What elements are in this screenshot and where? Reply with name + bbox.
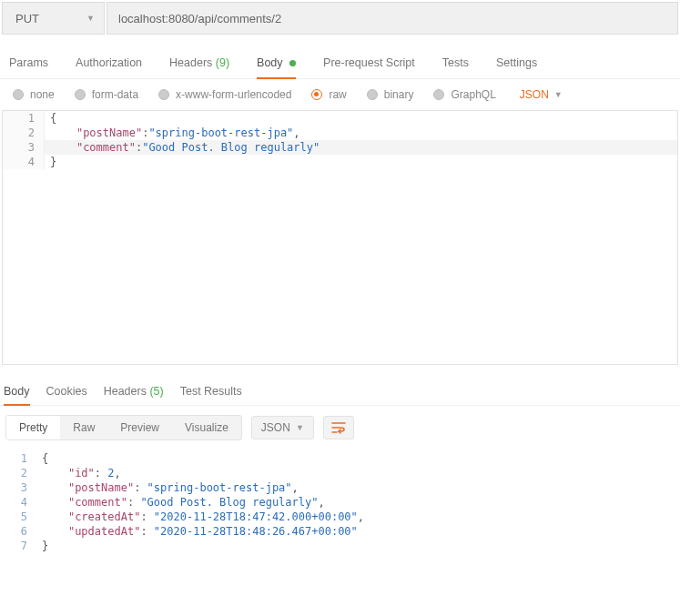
line-number: 3: [3, 140, 45, 155]
code-line: "postName": "spring-boot-rest-jpa",: [36, 480, 680, 495]
body-type-graphql[interactable]: GraphQL: [433, 88, 495, 101]
raw-format-select[interactable]: JSON ▼: [520, 88, 563, 101]
code-line: "updatedAt": "2020-11-28T18:48:26.467+00…: [36, 524, 680, 539]
line-number: 1: [3, 111, 45, 126]
tab-headers-label: Headers: [169, 56, 212, 69]
code-line: "comment":"Good Post. Blog regularly": [45, 140, 677, 155]
line-number: 4: [3, 155, 45, 169]
wrap-icon: [331, 421, 346, 434]
radio-icon: [75, 89, 86, 100]
request-tabs: Params Authorization Headers (9) Body Pr…: [0, 36, 680, 79]
line-number: 2: [0, 466, 36, 480]
request-body-editor[interactable]: 1 { 2 "postName":"spring-boot-rest-jpa",…: [2, 110, 678, 365]
resp-tab-testresults[interactable]: Test Results: [180, 379, 242, 405]
radio-icon: [433, 89, 444, 100]
tab-body[interactable]: Body: [257, 49, 296, 78]
resp-tab-body[interactable]: Body: [4, 379, 30, 405]
radio-icon: [158, 89, 169, 100]
tab-authorization[interactable]: Authorization: [76, 49, 142, 78]
body-type-none[interactable]: none: [13, 88, 55, 101]
resp-tab-headers-label: Headers: [104, 385, 147, 398]
wrap-lines-button[interactable]: [323, 416, 354, 439]
line-number: 5: [0, 510, 36, 524]
response-format-label: JSON: [261, 421, 290, 434]
view-mode-pretty[interactable]: Pretty: [6, 416, 60, 439]
code-line: "id": 2,: [36, 466, 680, 480]
response-toolbar: Pretty Raw Preview Visualize JSON ▼: [0, 406, 680, 449]
code-line: }: [36, 539, 680, 553]
body-type-options: none form-data x-www-form-urlencoded raw…: [0, 79, 680, 110]
chevron-down-icon: ▼: [296, 423, 304, 432]
line-number: 4: [0, 495, 36, 510]
line-number: 7: [0, 539, 36, 553]
body-type-binary-label: binary: [384, 88, 414, 101]
tab-tests[interactable]: Tests: [442, 49, 469, 78]
tab-params[interactable]: Params: [9, 49, 48, 78]
line-number: 2: [3, 126, 45, 140]
resp-tab-headers-count: (5): [149, 385, 163, 398]
raw-format-label: JSON: [520, 88, 549, 101]
body-type-formdata[interactable]: form-data: [75, 88, 138, 101]
body-type-xwww[interactable]: x-www-form-urlencoded: [158, 88, 291, 101]
code-line: {: [36, 451, 680, 466]
code-line: "comment": "Good Post. Blog regularly",: [36, 495, 680, 510]
tab-headers-count: (9): [216, 56, 229, 69]
radio-icon: [367, 89, 378, 100]
code-line: "createdAt": "2020-11-28T18:47:42.000+00…: [36, 510, 680, 524]
body-type-raw[interactable]: raw: [311, 88, 346, 101]
body-type-xwww-label: x-www-form-urlencoded: [176, 88, 291, 101]
http-method-select[interactable]: PUT ▼: [2, 2, 105, 35]
chevron-down-icon: ▼: [86, 14, 95, 23]
tab-body-label: Body: [257, 56, 283, 69]
code-line: {: [45, 111, 677, 126]
chevron-down-icon: ▼: [554, 90, 563, 99]
view-mode-visualize[interactable]: Visualize: [172, 416, 241, 439]
modified-dot-icon: [289, 60, 296, 66]
radio-icon: [13, 89, 24, 100]
line-number: 1: [0, 451, 36, 466]
resp-tab-headers[interactable]: Headers (5): [104, 379, 164, 405]
url-input[interactable]: [107, 2, 678, 35]
view-mode-segment: Pretty Raw Preview Visualize: [5, 415, 242, 440]
radio-icon: [311, 89, 322, 100]
tab-prerequest[interactable]: Pre-request Script: [323, 49, 415, 78]
line-number: 3: [0, 480, 36, 495]
code-line: "postName":"spring-boot-rest-jpa",: [45, 126, 677, 140]
http-method-label: PUT: [15, 12, 39, 25]
view-mode-raw[interactable]: Raw: [60, 416, 107, 439]
response-format-select[interactable]: JSON ▼: [251, 416, 314, 439]
body-type-formdata-label: form-data: [92, 88, 138, 101]
tab-settings[interactable]: Settings: [496, 49, 537, 78]
line-number: 6: [0, 524, 36, 539]
tab-headers[interactable]: Headers (9): [169, 49, 229, 78]
view-mode-preview[interactable]: Preview: [107, 416, 172, 439]
code-line: }: [45, 155, 677, 169]
resp-tab-cookies[interactable]: Cookies: [46, 379, 87, 405]
body-type-binary[interactable]: binary: [367, 88, 414, 101]
response-body-editor[interactable]: 1{ 2 "id": 2, 3 "postName": "spring-boot…: [0, 449, 680, 553]
body-type-raw-label: raw: [329, 88, 346, 101]
body-type-graphql-label: GraphQL: [451, 88, 495, 101]
body-type-none-label: none: [30, 88, 55, 101]
response-tabs: Body Cookies Headers (5) Test Results: [0, 374, 680, 406]
